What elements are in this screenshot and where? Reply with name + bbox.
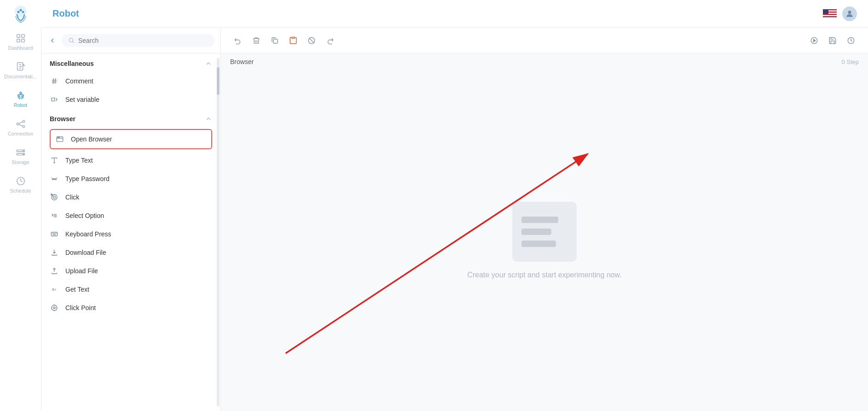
type-text-label: Type Text xyxy=(65,157,93,164)
duplicate-button[interactable] xyxy=(267,33,283,48)
right-panel: Browser 0 Step Create your script and st… xyxy=(221,28,868,411)
svg-point-72 xyxy=(52,305,57,311)
menu-item-keyboard-press[interactable]: Keyboard Press xyxy=(41,225,220,243)
miscellaneous-collapse-icon[interactable] xyxy=(205,60,212,67)
svg-line-42 xyxy=(53,78,53,84)
svg-point-20 xyxy=(21,96,22,97)
svg-point-73 xyxy=(53,307,55,309)
menu-item-get-text[interactable]: A+ Get Text xyxy=(41,280,220,299)
click-point-label: Click Point xyxy=(65,304,96,311)
sidebar-item-connection[interactable]: Connection xyxy=(0,113,41,142)
icon-nav: Dashboard Documentati... Robot xyxy=(0,0,41,411)
undo-button[interactable] xyxy=(230,33,246,48)
svg-line-24 xyxy=(18,122,22,123)
svg-point-12 xyxy=(20,92,22,94)
sidebar-item-dashboard-label: Dashboard xyxy=(8,45,33,51)
redo-button[interactable] xyxy=(322,33,338,48)
save-button[interactable] xyxy=(825,33,840,48)
svg-point-54 xyxy=(54,178,55,180)
keyboard-press-label: Keyboard Press xyxy=(65,230,111,238)
sidebar-item-documentation[interactable]: Documentati... xyxy=(0,56,41,85)
open-browser-label: Open Browser xyxy=(71,135,112,143)
selectoption-icon xyxy=(50,211,59,220)
left-panel: Miscellaneous Comment xyxy=(41,28,221,411)
click-icon xyxy=(50,193,59,202)
svg-point-38 xyxy=(69,38,73,42)
svg-point-2 xyxy=(22,11,24,13)
svg-line-43 xyxy=(55,78,55,84)
svg-point-49 xyxy=(58,137,58,138)
content-area: Miscellaneous Comment xyxy=(41,28,868,411)
set-variable-label: Set variable xyxy=(65,96,99,103)
header-right xyxy=(823,6,857,21)
menu-item-open-browser[interactable]: Open Browser xyxy=(50,129,212,149)
browser-section-label: Browser xyxy=(50,115,75,123)
menu-item-download-file[interactable]: Download File xyxy=(41,243,220,262)
upload-icon xyxy=(50,266,59,276)
delete-button[interactable] xyxy=(249,33,264,48)
browser-icon xyxy=(55,135,64,144)
svg-point-1 xyxy=(17,11,19,13)
svg-line-30 xyxy=(21,181,23,182)
sidebar-item-robot[interactable]: Robot xyxy=(0,85,41,113)
select-option-label: Select Option xyxy=(65,212,104,219)
search-icon xyxy=(68,37,75,44)
cancel-button[interactable] xyxy=(304,33,319,48)
svg-rect-5 xyxy=(21,35,24,37)
sidebar-item-dashboard[interactable]: Dashboard xyxy=(0,28,41,56)
user-avatar[interactable] xyxy=(842,6,857,21)
menu-item-click-point[interactable]: Click Point xyxy=(41,299,220,317)
svg-rect-7 xyxy=(21,39,24,42)
search-box xyxy=(62,34,215,47)
empty-state-illustration xyxy=(512,202,577,262)
svg-point-59 xyxy=(53,196,55,198)
top-header: Robot xyxy=(41,0,868,28)
get-text-label: Get Text xyxy=(65,286,89,293)
menu-item-type-password[interactable]: Type Password xyxy=(41,170,220,188)
svg-point-22 xyxy=(23,120,25,123)
search-input[interactable] xyxy=(78,37,208,44)
empty-state-text: Create your script and start experimenti… xyxy=(467,271,621,279)
menu-item-click[interactable]: Click xyxy=(41,188,220,206)
app-title: Robot xyxy=(52,8,79,19)
svg-rect-4 xyxy=(17,35,19,37)
scrollbar-track xyxy=(217,58,220,406)
sidebar-item-storage[interactable]: Storage xyxy=(0,142,41,170)
panel-header xyxy=(41,28,220,53)
svg-text:A+: A+ xyxy=(52,287,57,292)
svg-rect-79 xyxy=(292,37,295,38)
menu-item-type-text[interactable]: Type Text xyxy=(41,151,220,170)
svg-rect-36 xyxy=(823,9,828,14)
browser-collapse-icon[interactable] xyxy=(205,115,212,123)
svg-point-27 xyxy=(23,154,23,155)
sidebar-item-schedule[interactable]: Schedule xyxy=(0,170,41,199)
run-button[interactable] xyxy=(806,33,822,48)
back-button[interactable] xyxy=(47,35,58,46)
svg-rect-35 xyxy=(823,17,837,18)
canvas-area: Create your script and start experimenti… xyxy=(221,70,868,411)
svg-line-45 xyxy=(56,98,57,100)
svg-point-21 xyxy=(17,123,19,125)
svg-rect-65 xyxy=(51,232,57,236)
type-password-label: Type Password xyxy=(65,175,110,182)
browser-section-header: Browser xyxy=(41,109,220,127)
canvas-title: Browser xyxy=(230,58,254,65)
clipboard-button[interactable] xyxy=(285,33,301,48)
menu-item-upload-file[interactable]: Upload File xyxy=(41,262,220,280)
menu-item-select-option[interactable]: Select Option xyxy=(41,206,220,225)
miscellaneous-label: Miscellaneous xyxy=(50,60,94,67)
svg-point-50 xyxy=(59,137,59,138)
svg-line-25 xyxy=(18,124,22,126)
svg-rect-44 xyxy=(52,98,55,101)
svg-rect-34 xyxy=(823,15,837,16)
scrollbar-thumb[interactable] xyxy=(217,67,220,95)
svg-line-39 xyxy=(73,41,74,43)
menu-item-set-variable[interactable]: Set variable xyxy=(41,90,220,109)
step-count: 0 Step xyxy=(841,59,859,65)
click-label: Click xyxy=(65,194,79,201)
comment-label: Comment xyxy=(65,77,93,85)
menu-item-comment[interactable]: Comment xyxy=(41,72,220,90)
svg-point-0 xyxy=(15,6,27,18)
history-button[interactable] xyxy=(843,33,859,48)
gettext-icon: A+ xyxy=(50,285,59,294)
